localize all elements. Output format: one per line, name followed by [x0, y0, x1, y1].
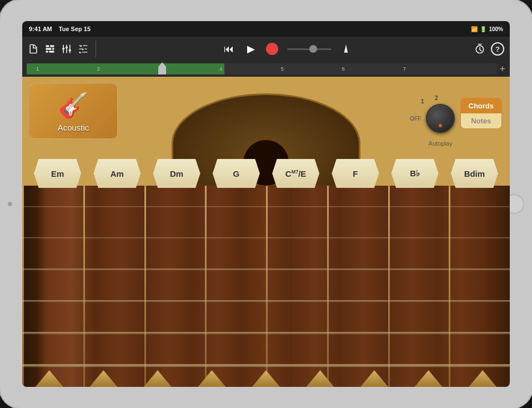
timeline-track: 1 2 3 4 5 6 7: [27, 63, 497, 74]
notes-button[interactable]: Notes: [461, 113, 502, 128]
chord-dm[interactable]: Dm: [153, 159, 200, 188]
chord-bdim[interactable]: Bdim: [451, 159, 498, 188]
volume-thumb[interactable]: [309, 45, 317, 53]
marker-6: 6: [342, 66, 345, 72]
chord-f[interactable]: F: [332, 159, 379, 188]
bottom-d-5: [252, 370, 280, 387]
status-date: Tue Sep 15: [59, 26, 91, 32]
rewind-button[interactable]: ⏮: [222, 41, 236, 57]
string-1: [22, 206, 510, 207]
marker-5: 5: [281, 66, 284, 72]
mixer-button[interactable]: [61, 43, 72, 54]
svg-rect-2: [46, 48, 52, 49]
bottom-d-9: [469, 370, 496, 387]
autoplay-knob[interactable]: [426, 104, 455, 133]
svg-marker-17: [158, 62, 166, 74]
guitar-icon: 🎸: [58, 91, 89, 120]
svg-point-13: [66, 46, 68, 48]
label-1: 1: [421, 98, 424, 105]
autoplay-section: OFF 1 2 3 4 Autoplay: [421, 99, 460, 147]
toolbar: ⏮ ▶: [22, 37, 510, 61]
help-button[interactable]: ?: [491, 42, 504, 56]
svg-rect-9: [66, 48, 67, 53]
bottom-d-8: [415, 370, 443, 387]
record-button[interactable]: [266, 43, 278, 55]
chord-buttons-row: Em Am Dm G CM7/E F B♭ Bdim: [22, 159, 510, 188]
playhead: [158, 62, 166, 77]
chord-em[interactable]: Em: [34, 159, 81, 188]
chords-button[interactable]: Chords: [461, 98, 502, 113]
add-track-button[interactable]: +: [499, 63, 505, 75]
string-6: [22, 364, 510, 366]
svg-rect-15: [345, 47, 347, 50]
status-time: 9:41 AM: [29, 26, 52, 32]
instrument-tile[interactable]: 🎸 Acoustic: [29, 83, 118, 139]
label-off: OFF: [410, 116, 421, 122]
wifi-icon: 📶: [471, 26, 478, 32]
chords-notes-toggle: Chords Notes: [460, 98, 503, 129]
svg-rect-3: [52, 48, 54, 49]
string-3: [22, 268, 510, 270]
string-4: [22, 300, 510, 301]
fretboard[interactable]: [22, 186, 510, 387]
svg-rect-4: [46, 51, 48, 52]
toolbar-center: ⏮ ▶: [103, 41, 470, 57]
timer-button[interactable]: [474, 43, 485, 54]
bottom-d-4: [198, 370, 225, 387]
marker-1: 1: [36, 66, 39, 72]
svg-rect-7: [63, 49, 64, 53]
marker-4: 4: [219, 66, 222, 72]
svg-rect-0: [46, 45, 49, 47]
label-2: 2: [435, 95, 438, 101]
instrument-name: Acoustic: [58, 123, 89, 132]
vertical-divider: [96, 41, 96, 57]
bottom-d-7: [360, 370, 388, 387]
string-5: [22, 332, 510, 334]
ipad-frame: 9:41 AM Tue Sep 15 📶 🔋 100%: [0, 0, 532, 408]
chord-am[interactable]: Am: [93, 159, 140, 188]
battery-icon: 🔋: [480, 26, 486, 32]
bottom-d-2: [89, 370, 117, 387]
metronome-button[interactable]: [340, 43, 352, 54]
chord-g[interactable]: G: [213, 159, 260, 188]
svg-point-12: [62, 48, 64, 50]
play-button[interactable]: ▶: [245, 41, 257, 57]
bottom-d-1: [36, 370, 63, 387]
status-bar: 9:41 AM Tue Sep 15 📶 🔋 100%: [22, 21, 510, 37]
bottom-d-6: [307, 370, 334, 387]
track-view-button[interactable]: [44, 43, 56, 54]
timeline-ruler: 1 2 3 4 5 6 7 +: [22, 61, 510, 77]
new-document-button[interactable]: [28, 43, 39, 54]
string-2: [22, 237, 510, 238]
autoplay-knob-container: OFF 1 2 3 4: [421, 99, 460, 138]
marker-2: 2: [97, 66, 100, 72]
bottom-shapes: [22, 370, 510, 387]
volume-slider[interactable]: [287, 48, 332, 50]
autoplay-label: Autoplay: [429, 140, 453, 147]
chord-cm7e[interactable]: CM7/E: [272, 159, 319, 188]
svg-rect-1: [50, 45, 54, 47]
battery-level: 100%: [489, 26, 503, 32]
guitar-area: 🎸 Acoustic OFF 1 2 3 4: [22, 77, 510, 387]
strings-container: [22, 186, 510, 387]
left-dot: [8, 202, 12, 206]
ipad-screen: 9:41 AM Tue Sep 15 📶 🔋 100%: [22, 21, 510, 387]
svg-point-14: [69, 49, 71, 51]
toolbar-right: ?: [474, 42, 504, 56]
bottom-d-3: [144, 370, 172, 387]
svg-rect-10: [69, 45, 71, 50]
chord-bb[interactable]: B♭: [392, 159, 439, 188]
status-left: 9:41 AM Tue Sep 15: [29, 26, 91, 32]
svg-rect-5: [49, 51, 54, 52]
status-right: 📶 🔋 100%: [471, 26, 503, 32]
toolbar-left: [28, 43, 89, 54]
marker-7: 7: [403, 66, 406, 72]
eq-button[interactable]: [78, 43, 89, 54]
